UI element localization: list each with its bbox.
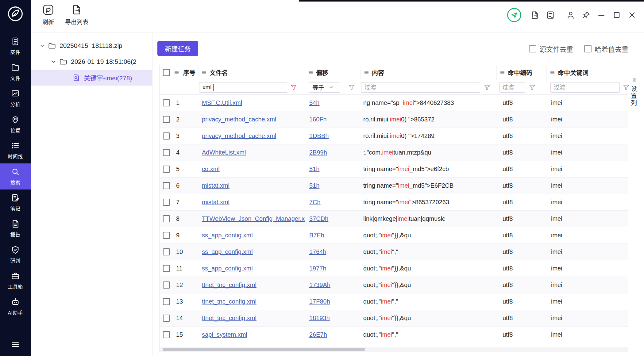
chevron-down-icon[interactable] [40,43,45,48]
column-menu-icon[interactable] [174,70,179,75]
offset-operator-select[interactable]: 等于 [309,82,340,93]
send-icon[interactable] [507,8,521,22]
filter-funnel-icon[interactable] [484,84,491,91]
new-task-button[interactable]: 新建任务 [157,41,198,56]
offset-link[interactable]: 37CDh [309,215,328,222]
offset-link[interactable]: 7Ch [309,199,321,205]
sidebar-item-toolbox[interactable]: 工具箱 [0,268,31,294]
dedup-source-option[interactable]: 源文件去重 [529,44,573,54]
sidebar-item-judge[interactable]: 研判 [0,242,31,268]
filter-funnel-icon[interactable] [623,84,630,91]
row-checkbox[interactable] [163,315,170,322]
sidebar-item-location[interactable]: 位置 [0,111,31,137]
maximize-icon[interactable] [612,10,621,20]
header-label: 偏移 [316,68,328,77]
row-checkbox[interactable] [163,116,170,123]
offset-link[interactable]: 2B99h [309,149,327,156]
row-checkbox[interactable] [163,248,170,255]
row-checkbox[interactable] [163,149,170,156]
filename-link[interactable]: ttnet_tnc_config.xml [202,298,256,305]
offset-link[interactable]: 54h [309,99,319,106]
column-menu-icon[interactable] [202,70,207,75]
filename-filter-input[interactable] [199,82,287,93]
refresh-button[interactable]: 刷新 [42,4,54,26]
keyword-highlight: imei [381,265,392,272]
sidebar-item-search[interactable]: 搜索 [0,163,31,189]
filter-funnel-icon[interactable] [348,84,355,91]
dedup-source-checkbox[interactable] [529,45,536,52]
row-checkbox[interactable] [163,281,170,289]
filename-link[interactable]: mistat.xml [202,199,229,205]
filter-funnel-icon[interactable] [290,84,297,91]
row-checkbox[interactable] [163,331,170,338]
filename-link[interactable]: ss_app_config.xml [202,248,253,255]
offset-link[interactable]: 1739Ah [309,281,330,288]
offset-link[interactable]: 18193h [309,315,330,321]
offset-link[interactable]: B7Eh [309,232,324,239]
row-checkbox[interactable] [163,265,170,272]
row-checkbox[interactable] [163,99,170,106]
filename-link[interactable]: ss_app_config.xml [202,232,253,239]
chevron-down-icon[interactable] [51,59,56,64]
dedup-hash-option[interactable]: 哈希值去重 [584,44,628,54]
filename-link[interactable]: ss_app_config.xml [202,265,253,272]
minimize-icon[interactable] [597,10,606,20]
filename-link[interactable]: sapi_system.xml [202,331,247,338]
export-report-icon[interactable] [546,10,555,20]
export-file-icon[interactable] [530,10,540,20]
content-filter-input[interactable] [361,82,480,93]
tree-item-zip[interactable]: 20250415_181118.zip [31,38,152,54]
close-icon[interactable] [627,10,637,20]
column-menu-icon[interactable] [308,70,313,75]
row-checkbox[interactable] [163,215,170,222]
sidebar-item-file[interactable]: 文件 [0,59,31,85]
sidebar-item-report[interactable]: 报告 [0,216,31,242]
filename-link[interactable]: ttnet_tnc_config.xml [202,281,256,288]
filename-link[interactable]: MSF.C.Util.xml [202,99,242,106]
offset-cell: B7Eh [305,232,361,239]
filename-link[interactable]: privacy_method_cache.xml [202,132,276,139]
sidebar-item-analysis[interactable]: 分析 [0,85,31,111]
tree-item-keyword-imei[interactable]: 关键字-imei(278) [31,70,152,86]
filename-link[interactable]: TTWebView_Json_Config_Manager.x [202,215,305,222]
filename-link[interactable]: privacy_method_cache.xml [202,116,276,123]
offset-link[interactable]: 1DBBh [309,132,329,139]
filename-link[interactable]: co.xml [202,166,220,172]
export-list-button[interactable]: 导出列表 [65,4,88,26]
row-checkbox[interactable] [163,166,170,173]
dedup-hash-checkbox[interactable] [584,45,592,52]
keyword-filter-input[interactable] [550,82,620,93]
offset-link[interactable]: 17F80h [309,298,330,305]
offset-link[interactable]: 160Fh [309,116,327,123]
offset-link[interactable]: 51h [309,182,319,189]
filter-funnel-icon[interactable] [529,84,536,91]
pin-icon[interactable] [581,10,591,20]
row-checkbox[interactable] [163,132,170,140]
tree-item-extraction[interactable]: 2026-01-19 18:51:06(2 [31,54,152,70]
select-all-checkbox[interactable] [163,69,170,76]
sidebar-item-timeline[interactable]: 时间线 [0,137,31,163]
sidebar-item-case[interactable]: 案件 [0,33,31,59]
encoding-filter-input[interactable] [499,82,525,93]
column-menu-icon[interactable] [500,70,505,75]
offset-link[interactable]: 1764h [309,248,326,255]
row-checkbox[interactable] [163,232,170,239]
row-checkbox[interactable] [163,199,170,206]
sidebar-item-note[interactable]: 笔记 [0,189,31,216]
offset-link[interactable]: 26E7h [309,331,327,338]
sidebar-item-ai[interactable]: AI助手 [0,294,31,320]
column-settings-button[interactable]: 设置列 [629,65,638,107]
filter-cell-content [361,80,496,94]
menu-icon[interactable] [11,340,20,349]
column-menu-icon[interactable] [550,70,555,75]
row-checkbox[interactable] [163,182,170,189]
offset-link[interactable]: 51h [309,166,319,172]
offset-link[interactable]: 1977h [309,265,326,272]
filename-link[interactable]: AdWhiteList.xml [202,149,246,156]
filename-link[interactable]: mistat.xml [202,182,229,189]
row-checkbox[interactable] [163,298,170,305]
user-icon[interactable] [566,10,575,20]
filename-link[interactable]: ttnet_tnc_config.xml [202,315,256,321]
column-menu-icon[interactable] [364,70,369,75]
scrollbar-thumb[interactable] [163,348,365,351]
